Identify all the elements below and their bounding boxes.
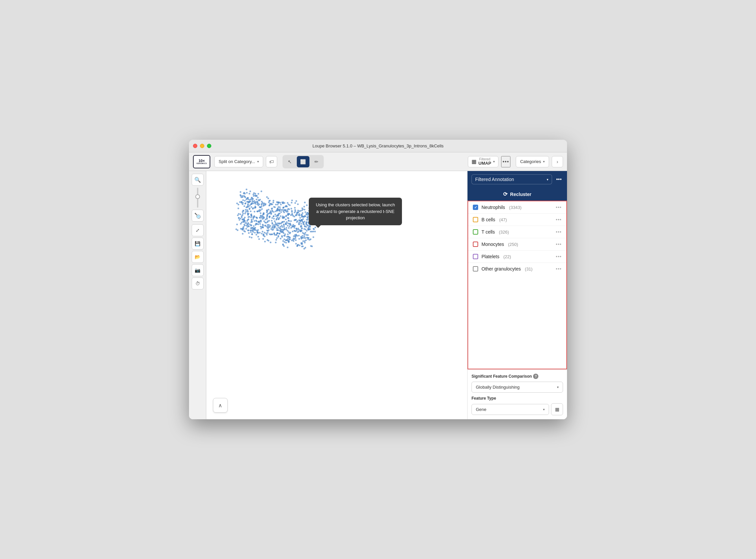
save-button[interactable]: 💾 [192, 238, 204, 250]
svg-point-751 [253, 225, 254, 227]
svg-point-455 [304, 202, 306, 203]
svg-point-764 [247, 226, 248, 228]
svg-point-745 [275, 210, 276, 212]
svg-point-620 [295, 219, 297, 221]
cluster-name-tcells: T cells [482, 229, 495, 234]
svg-point-785 [262, 227, 264, 228]
svg-point-506 [245, 209, 247, 210]
svg-point-515 [251, 233, 253, 235]
cluster-item-neutrophils[interactable]: Neutrophils (3343) ••• [468, 201, 566, 214]
checkbox-neutrophils[interactable] [473, 205, 478, 210]
cluster-item-tcells[interactable]: T cells (326) ••• [468, 226, 566, 238]
timer-button[interactable]: ⏱ [192, 277, 204, 290]
cluster-item-monocytes[interactable]: Monocytes (250) ••• [468, 238, 566, 250]
svg-point-105 [240, 218, 241, 219]
svg-point-438 [263, 218, 265, 219]
gene-dropdown[interactable]: Gene ▾ [471, 404, 549, 415]
folder-button[interactable]: 📂 [192, 251, 204, 263]
panel-more-button[interactable]: ••• [555, 175, 563, 184]
umap-dropdown[interactable]: ▦ Filtered UMAP ▾ [468, 156, 498, 167]
camera-button[interactable]: 📷 [192, 264, 204, 276]
cluster-count-monocytes: (250) [508, 242, 518, 247]
svg-point-355 [271, 220, 272, 222]
checkbox-bcells[interactable] [473, 217, 478, 222]
svg-point-359 [253, 192, 255, 194]
cluster-item-other-granulocytes[interactable]: Other granulocytes (31) ••• [468, 263, 566, 275]
pen-tool-button[interactable]: ✏ [310, 156, 323, 167]
svg-point-580 [258, 224, 259, 225]
svg-point-121 [288, 225, 290, 227]
gene-chevron-icon: ▾ [543, 408, 545, 411]
svg-point-445 [280, 211, 282, 213]
svg-point-761 [293, 240, 294, 242]
calculate-button[interactable]: ▦ [551, 403, 563, 415]
close-button[interactable] [193, 144, 197, 148]
annotation-label: Filtered Annotation [475, 177, 514, 182]
svg-point-452 [241, 215, 243, 217]
annotation-dropdown[interactable]: Filtered Annotation ▾ [471, 174, 552, 184]
svg-point-540 [310, 245, 312, 247]
cluster-more-other-granulocytes[interactable]: ••• [556, 266, 562, 271]
svg-point-622 [294, 237, 296, 239]
pen-icon: ✏ [314, 159, 318, 164]
cluster-name-monocytes: Monocytes [482, 242, 504, 247]
nav-arrow-button[interactable]: › [552, 156, 563, 167]
zoom-in-button[interactable]: 🔍 [192, 174, 204, 186]
svg-point-476 [290, 224, 291, 226]
checkbox-other-granulocytes[interactable] [473, 266, 478, 271]
zoom-slider[interactable] [197, 188, 198, 208]
svg-point-703 [281, 231, 282, 233]
help-icon[interactable]: ? [533, 374, 538, 379]
checkbox-platelets[interactable] [473, 254, 478, 259]
svg-point-454 [242, 213, 244, 214]
cluster-item-bcells[interactable]: B cells (47) ••• [468, 214, 566, 226]
svg-point-795 [270, 242, 271, 243]
svg-point-20 [261, 208, 263, 210]
svg-point-623 [259, 204, 260, 205]
svg-point-753 [271, 210, 273, 211]
globally-distinguishing-dropdown[interactable]: Globally Distinguishing ▾ [471, 382, 563, 393]
svg-point-464 [280, 238, 282, 239]
svg-point-691 [273, 226, 275, 227]
select-tool-button[interactable]: ⬜ [297, 156, 309, 167]
checkbox-tcells[interactable] [473, 229, 478, 234]
cluster-more-monocytes[interactable]: ••• [556, 242, 562, 247]
svg-point-269 [288, 231, 289, 233]
svg-point-584 [308, 229, 309, 230]
cluster-item-platelets[interactable]: Platelets (22) ••• [468, 250, 566, 263]
cluster-more-neutrophils[interactable]: ••• [556, 205, 562, 210]
svg-point-477 [295, 239, 297, 241]
svg-point-649 [286, 206, 288, 207]
svg-point-710 [260, 220, 262, 222]
svg-point-239 [279, 206, 281, 208]
zoom-out-button[interactable]: 🔍 [192, 210, 204, 222]
categories-dropdown[interactable]: Categories ▾ [516, 156, 549, 167]
svg-point-619 [299, 220, 301, 221]
svg-point-793 [238, 213, 240, 215]
svg-point-572 [256, 195, 258, 196]
svg-point-485 [242, 211, 243, 213]
svg-point-677 [242, 233, 244, 234]
cursor-tool-button[interactable]: ↖ [284, 156, 296, 167]
svg-point-625 [269, 217, 270, 218]
svg-point-157 [277, 206, 279, 208]
minimize-button[interactable] [200, 144, 204, 148]
umap-more-button[interactable]: ••• [501, 156, 510, 167]
tag-button[interactable]: 🏷 [266, 156, 277, 167]
svg-point-684 [293, 230, 295, 231]
expand-button[interactable]: ⤢ [192, 224, 204, 236]
maximize-button[interactable] [207, 144, 211, 148]
cluster-more-platelets[interactable]: ••• [556, 254, 562, 259]
svg-point-717 [299, 245, 301, 246]
canvas-area: Using the clusters selected below, launc… [206, 171, 467, 419]
calc-icon: ▦ [555, 407, 559, 412]
svg-point-291 [246, 210, 248, 212]
expand-view-button[interactable]: ∧ [213, 398, 228, 412]
recluster-button[interactable]: ⟳ Recluster [468, 188, 567, 201]
split-category-dropdown[interactable]: Split on Category... ▾ [214, 156, 263, 167]
cluster-more-bcells[interactable]: ••• [556, 217, 562, 222]
svg-point-83 [253, 220, 255, 222]
svg-point-48 [287, 238, 289, 240]
checkbox-monocytes[interactable] [473, 242, 478, 247]
cluster-more-tcells[interactable]: ••• [556, 229, 562, 234]
